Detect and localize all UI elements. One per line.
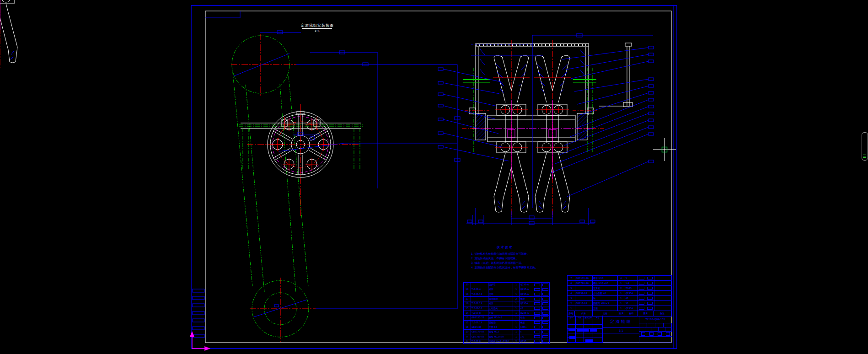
note-line: 1. 运转机构各传动部位加润滑油脂后方可运转。	[471, 252, 561, 256]
drawing-number: TL163-Q09-131	[639, 316, 672, 323]
bom-row: 9GB5780-86螺栓 M12×3011.6	[464, 334, 549, 338]
signature-mark	[569, 336, 575, 339]
bom-row: 14TL163-8支架1Q235-A	[464, 311, 549, 315]
left-view	[231, 31, 460, 342]
scrollbar-grip-line	[863, 156, 866, 156]
bom-table-left: 20防护罩1Q235-A19TL163.4衬套1Q235-A18TL163-18…	[463, 282, 550, 344]
title-block-center: 定滑轮组 1:1	[603, 316, 639, 343]
note-line: 2. 滑轮转动应灵活，不得有卡阻现象。	[471, 256, 561, 261]
bom-row: 13GB1152-79油杯 M10×11组合	[464, 315, 549, 320]
bom-row: 12TL163.13调整垫1橡胶	[464, 320, 549, 325]
assembly-title: 定滑轮组	[603, 316, 639, 328]
scrollbar-grip-line	[863, 157, 866, 158]
bom-row: 3轴145	[568, 295, 671, 300]
stamp-boxes	[639, 332, 672, 337]
bom-row: 4GB858-88止动垫圈 401Q235A	[568, 290, 671, 295]
bom-row: 6GB5780-86螺栓 M16×6011.6	[568, 280, 671, 285]
note-line: 3. 轴承（二处）装配时涂钙基润滑脂一层。	[471, 261, 561, 265]
bom-row: 5定滑轮2ZG35	[568, 285, 671, 290]
bom-row: 1支座1Q235A	[568, 306, 671, 311]
view-scale: 1:5	[302, 29, 332, 33]
note-line: 4. 定滑轮组装配后作空载试运转，各部不得异常发热。	[471, 265, 561, 270]
signature-mark	[590, 329, 597, 332]
crosshair-cursor	[653, 138, 676, 161]
hub-dims	[279, 132, 457, 151]
signature-mark	[568, 328, 575, 331]
hub-wheel	[247, 104, 457, 217]
view-title-underline	[302, 28, 332, 29]
scrollbar-grip-line	[863, 155, 866, 155]
ucs-icon	[190, 332, 209, 350]
bom-row: 10GB6170-86螺母 M1215	[464, 329, 549, 334]
cad-viewport[interactable]: 定滑轮组安装简图 1:5 技术要求 1. 运转机构各传动部位加润滑油脂后方可运转…	[0, 0, 868, 354]
tie-rod	[599, 43, 632, 107]
callouts-right	[551, 46, 654, 197]
left-view-dims	[260, 31, 460, 309]
notes-heading: 技术要求	[497, 245, 561, 250]
drawing-scale: 1:1	[603, 328, 639, 333]
title-block: 标记处数 更改文件号签字 定滑轮组 1:1 TL163-Q09-131	[567, 316, 672, 343]
axle	[462, 108, 604, 142]
technical-notes: 技术要求 1. 运转机构各传动部位加润滑油脂后方可运转。 2. 滑轮转动应灵活，…	[471, 245, 561, 270]
bom-row: 8TL163.8挡绳板 δ=6×12802Q235	[464, 339, 549, 343]
bom-row: 7GB6170-86螺母 M1645	[568, 276, 671, 280]
sheet-margin-strip	[193, 289, 204, 338]
view-title: 定滑轮组安装简图	[296, 23, 338, 28]
mounting-rail	[239, 123, 363, 170]
bom-row: 17滚动轴承2橡胶	[464, 296, 549, 301]
belt-loop	[233, 72, 309, 337]
bom-row: 18TL163-18挡环1Q235-A	[464, 292, 549, 296]
bom-row: 2GB812-88圆螺母 M40×3135	[568, 300, 671, 306]
bom-row: 11GB93-87垫圈 12165Mn	[464, 325, 549, 329]
bom-row: 15TL163-16止动垫片145	[464, 306, 549, 311]
scrollbar[interactable]	[862, 132, 868, 161]
signature-mark	[585, 339, 593, 342]
drawing-canvas[interactable]	[0, 0, 868, 354]
title-block-right: TL163-Q09-131	[639, 316, 672, 343]
bom-row: 16TL163.13衬套1Q235A	[464, 301, 549, 306]
bom-table-right: 序号 代号 名称 数量 材料 重量 备注 7GB6170-86螺母 M16456…	[567, 275, 672, 316]
bottom-dims	[466, 208, 595, 225]
bom-row: 20防护罩1Q235-A	[464, 283, 549, 287]
signature-mark	[577, 329, 589, 332]
bom-row: 19TL163.4衬套1Q235-A	[464, 287, 549, 291]
right-view	[0, 0, 654, 225]
sheave-section	[0, 0, 18, 68]
